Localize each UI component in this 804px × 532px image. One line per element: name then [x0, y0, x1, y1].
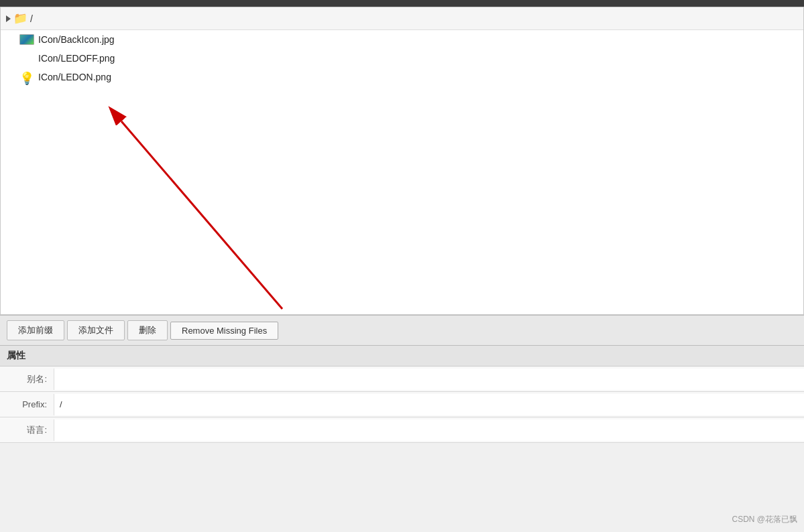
tree-item-ledoff[interactable]: □ ICon/LEDOFF.png	[1, 49, 803, 68]
expand-icon	[6, 15, 11, 22]
tree-item-ledon[interactable]: 💡 ICon/LEDON.png	[1, 68, 803, 86]
file-tree-panel: 📁 / ICon/BackIcon.jpg □ ICon/LEDOFF.png …	[0, 7, 804, 315]
folder-icon: 📁	[13, 11, 27, 25]
alias-label: 别名:	[0, 368, 54, 391]
watermark: CSDN @花落已飘	[732, 514, 797, 525]
alias-input[interactable]	[54, 369, 804, 390]
prefix-label: Prefix:	[0, 394, 54, 415]
svg-line-1	[121, 121, 282, 309]
remove-missing-files-button[interactable]: Remove Missing Files	[170, 322, 278, 340]
tree-item-label-ledon: ICon/LEDON.png	[38, 72, 111, 82]
property-row-prefix: Prefix:	[0, 392, 804, 417]
properties-title: 属性	[0, 346, 804, 367]
tree-root[interactable]: 📁 /	[1, 7, 803, 30]
add-file-button[interactable]: 添加文件	[67, 320, 125, 340]
language-input[interactable]	[54, 419, 804, 441]
tree-root-label: /	[30, 13, 33, 24]
properties-section: 属性 别名: Prefix: 语言:	[0, 346, 804, 443]
backicon-image-icon	[19, 34, 34, 46]
ledon-bulb-icon: 💡	[19, 71, 34, 83]
tree-item-backicon[interactable]: ICon/BackIcon.jpg	[1, 30, 803, 49]
language-label: 语言:	[0, 419, 54, 442]
add-prefix-button[interactable]: 添加前缀	[7, 320, 64, 340]
delete-button[interactable]: 删除	[127, 320, 168, 340]
top-bar	[0, 0, 804, 7]
annotation-arrow	[68, 101, 323, 315]
tree-item-label-ledoff: ICon/LEDOFF.png	[38, 53, 115, 64]
prefix-input[interactable]	[54, 394, 804, 415]
property-row-language: 语言:	[0, 417, 804, 443]
property-row-alias: 别名:	[0, 367, 804, 392]
toolbar: 添加前缀 添加文件 删除 Remove Missing Files	[0, 315, 804, 346]
tree-item-label-backicon: ICon/BackIcon.jpg	[38, 34, 115, 45]
